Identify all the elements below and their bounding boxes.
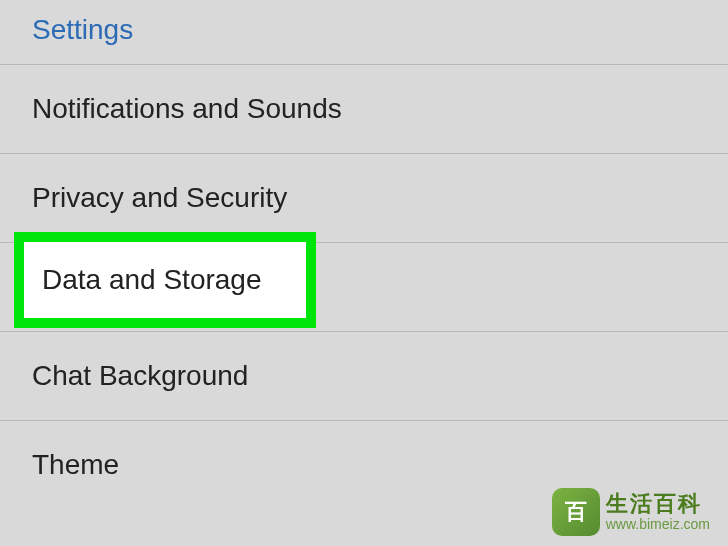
settings-item-notifications[interactable]: Notifications and Sounds (0, 64, 728, 153)
highlight-overlay: Data and Storage (14, 232, 316, 328)
watermark-cn: 生活百科 (606, 493, 710, 515)
item-label: Privacy and Security (32, 182, 287, 214)
settings-section-header: Settings (0, 0, 728, 64)
watermark-text: 生活百科 www.bimeiz.com (606, 493, 710, 531)
highlight-label: Data and Storage (42, 264, 262, 296)
watermark: 百 生活百科 www.bimeiz.com (552, 488, 710, 536)
settings-item-chat-background[interactable]: Chat Background (0, 331, 728, 420)
item-label: Theme (32, 449, 119, 481)
settings-item-privacy[interactable]: Privacy and Security (0, 153, 728, 242)
item-label: Notifications and Sounds (32, 93, 342, 125)
watermark-logo-icon: 百 (552, 488, 600, 536)
watermark-url: www.bimeiz.com (606, 517, 710, 531)
item-label: Chat Background (32, 360, 248, 392)
